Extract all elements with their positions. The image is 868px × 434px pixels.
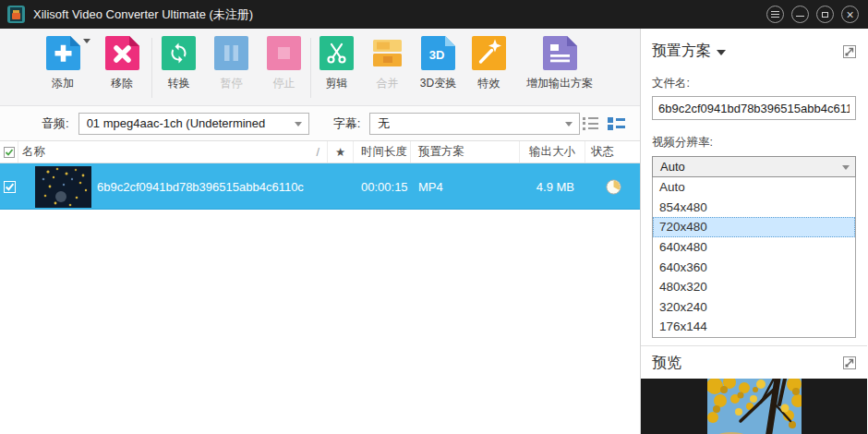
remove-file-icon [105,36,139,70]
resolution-option[interactable]: 320x240 [653,297,855,318]
add-file-icon [46,36,80,70]
subtitle-value: 无 [378,115,390,132]
subtitle-label: 字幕: [333,115,361,132]
titlebar: Xilisoft Video Converter Ultimate (未注册) … [0,0,868,29]
clip-label: 剪辑 [326,76,348,91]
audio-track-value: 01 mpeg4aac-1ch (Undetermined [87,116,266,130]
resolution-option[interactable]: 854x480 [653,198,855,218]
effects-wand-icon [472,36,506,70]
list-view-icon[interactable] [583,117,598,130]
maximize-button[interactable] [816,6,834,23]
column-header-preset[interactable]: 预置方案 [411,141,520,163]
expand-icon[interactable] [843,45,856,58]
chevron-down-icon [842,165,850,170]
profile-dropdown-caret[interactable] [717,50,726,55]
resolution-select[interactable]: Auto [652,156,856,177]
add-output-profile-label: 增加输出方案 [526,76,593,91]
menu-icon [771,14,779,15]
add-dropdown-caret[interactable] [83,39,90,43]
filename-input[interactable] [652,96,856,120]
preview-frame-image [707,379,802,434]
file-preset: MP4 [411,163,520,210]
file-duration: 00:00:15 [354,163,411,210]
maximize-icon [822,12,828,18]
row-checkbox[interactable] [4,181,16,193]
resolution-option-highlighted[interactable]: 720x480 [653,217,855,237]
window-controls: × [766,6,859,23]
remove-button[interactable]: 移除 [92,36,151,91]
filename-label: 文件名: [652,76,856,91]
column-header-size[interactable]: 输出大小 [520,141,585,163]
resolution-option[interactable]: 640x480 [653,237,855,258]
app-window: Xilisoft Video Converter Ultimate (未注册) … [0,0,868,434]
resolution-option[interactable]: 640x360 [653,257,855,277]
add-button[interactable]: 添加 [33,36,92,91]
merge-icon [370,36,404,70]
merge-button[interactable]: 合并 [362,36,413,91]
minimize-icon [796,16,804,17]
stop-label: 停止 [273,76,295,91]
file-thumbnail [35,166,91,208]
stream-filter-row: 音频: 01 mpeg4aac-1ch (Undetermined 字幕: 无 [0,106,640,140]
stop-button[interactable]: 停止 [258,36,310,91]
audio-label: 音频: [42,115,69,132]
sort-indicator: / [317,146,319,159]
preview-section: 预览 [641,345,867,434]
merge-label: 合并 [377,76,399,91]
view-toggles [583,117,625,130]
file-row-selected[interactable]: 6b9c2cf0941bd78b396515abb4c6110c 00:00:1… [0,163,640,210]
file-output-size: 4.9 MB [520,163,585,210]
subtitle-select[interactable]: 无 [369,113,580,135]
clip-button[interactable]: 剪辑 [311,36,362,91]
column-header-star[interactable]: ★ [328,141,354,163]
remove-label: 移除 [111,76,133,91]
clip-scissors-icon [319,36,354,70]
menu-button[interactable] [766,6,784,23]
audio-track-select[interactable]: 01 mpeg4aac-1ch (Undetermined [78,113,309,135]
pause-button[interactable]: 暂停 [205,36,258,91]
add-label: 添加 [52,76,74,91]
convert-icon [162,36,196,70]
close-button[interactable]: × [841,6,859,23]
add-output-profile-button[interactable]: 增加输出方案 [514,36,605,91]
file-star-cell [328,163,354,210]
detail-view-icon[interactable] [608,117,625,130]
resolution-option[interactable]: 176x144 [653,317,855,337]
main-area: 添加 移除 转换 [0,29,641,434]
resolution-value: Auto [660,160,685,174]
resolution-option[interactable]: 480x320 [653,277,855,297]
effects-label: 特效 [478,76,500,91]
minimize-button[interactable] [791,6,809,23]
toolbar: 添加 移除 转换 [0,29,640,106]
resolution-label: 视频分辨率: [652,135,856,151]
pause-label: 暂停 [221,76,243,91]
clock-icon [606,179,621,195]
select-all-checkbox[interactable] [4,147,15,158]
resolution-option[interactable]: Auto [653,177,855,198]
3d-convert-icon: 3D [421,36,455,70]
window-title: Xilisoft Video Converter Ultimate (未注册) [33,6,253,23]
add-profile-icon [543,36,577,70]
column-header-name[interactable]: 名称 / [18,141,328,163]
3d-convert-button[interactable]: 3D 3D变换 [413,36,464,91]
convert-button[interactable]: 转换 [152,36,205,91]
file-name: 6b9c2cf0941bd78b396515abb4c6110c [97,180,304,194]
file-table-header: 名称 / ★ 时间长度 预置方案 输出大小 状态 [0,140,640,163]
chevron-down-icon [565,122,573,127]
3d-convert-label: 3D变换 [420,76,456,91]
preview-video-area[interactable] [641,379,867,434]
pause-icon [214,36,248,70]
expand-icon[interactable] [843,356,856,369]
column-header-status[interactable]: 状态 [585,141,641,163]
preview-title: 预览 [652,354,681,373]
app-logo-icon [7,6,25,23]
svg-text:3D: 3D [429,48,445,62]
profile-panel: 预置方案 文件名: 视频分辨率: Auto Auto 854x480 720x4 [641,29,867,434]
column-header-duration[interactable]: 时间长度 [354,141,411,163]
resolution-options-list: Auto 854x480 720x480 640x480 640x360 480… [652,177,856,338]
file-list-empty-area [0,210,640,434]
convert-label: 转换 [168,76,190,91]
close-icon: × [846,8,853,21]
effects-button[interactable]: 特效 [464,36,514,91]
profile-panel-title: 预置方案 [652,42,711,61]
